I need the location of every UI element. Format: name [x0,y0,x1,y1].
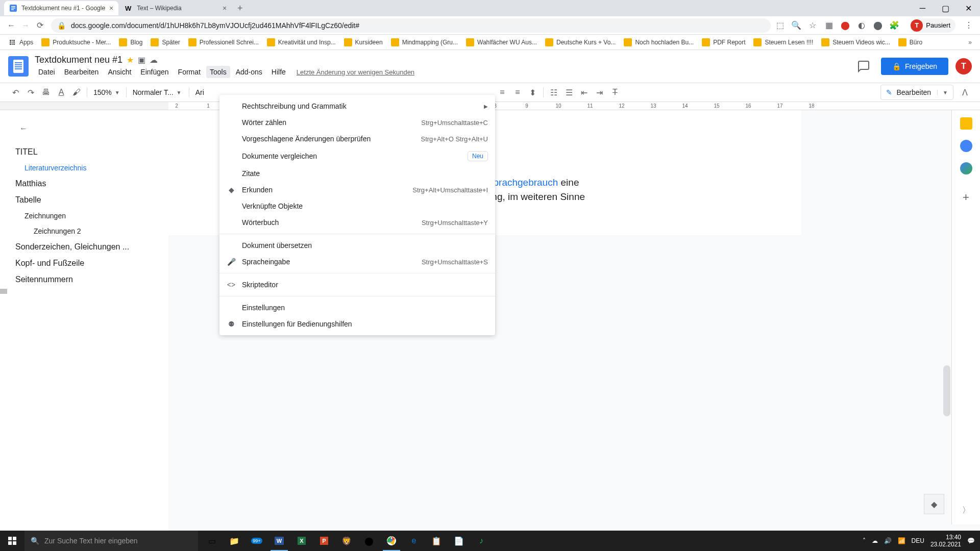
menu-word-count[interactable]: Wörter zählenStrg+Umschalttaste+C [219,114,495,131]
numbered-list-button[interactable]: ☷ [547,85,561,99]
menu-tools[interactable]: Tools [206,66,230,78]
systray-cloud-icon[interactable]: ☁ [872,537,878,544]
menu-voice-typing[interactable]: 🎤SpracheingabeStrg+Umschalttaste+S [219,254,495,270]
zoom-icon[interactable]: 🔍 [791,20,801,31]
taskbar-chrome[interactable] [381,531,402,551]
outline-item[interactable]: Literaturverzeichnis [15,160,158,176]
taskbar-app[interactable]: ⬤ [358,531,380,551]
browser-tab-inactive[interactable]: W Text – Wikipedia × [119,1,232,15]
browser-tab-active[interactable]: Textdokument neu #1 - Google × [4,1,118,15]
document-title[interactable]: Textdokument neu #1 [35,55,122,65]
outline-item[interactable]: Matthias [15,176,158,192]
zoom-select[interactable]: 150%▼ [90,88,123,96]
systray-wifi-icon[interactable]: 📶 [898,537,905,544]
contacts-icon[interactable] [960,162,972,174]
menu-preferences[interactable]: Einstellungen [219,299,495,316]
bookmark-item[interactable]: Kursideen [340,36,387,48]
maximize-button[interactable]: ▢ [934,0,957,16]
bookmark-apps[interactable]: Apps [4,36,37,48]
menu-insert[interactable]: Einfügen [137,66,172,78]
menu-view[interactable]: Ansicht [104,66,135,78]
extension-icon[interactable]: ▦ [824,20,834,31]
menu-review-suggestions[interactable]: Vorgeschlagene Änderungen überprüfenStrg… [219,131,495,147]
close-icon[interactable]: × [109,4,113,12]
outline-item[interactable]: Kopf- und Fußzeile [15,255,158,271]
print-button[interactable]: 🖶 [39,85,53,99]
menu-help[interactable]: Hilfe [268,66,289,78]
bookmark-item[interactable]: Steuern Videos wic... [817,36,894,48]
move-icon[interactable]: ▣ [138,55,145,65]
outline-item[interactable]: Tabelle [15,192,158,208]
last-edit-link[interactable]: Letzte Änderung vor wenigen Sekunden [297,68,414,76]
bookmark-item[interactable]: Kreativität und Insp... [263,36,340,48]
align-center-button[interactable]: ≡ [510,85,525,99]
bookmark-item[interactable]: Professionell Schrei... [184,36,263,48]
outline-back-button[interactable]: ← [15,120,32,137]
menu-edit[interactable]: Bearbeiten [61,66,103,78]
profile-button[interactable]: T Pausiert [910,18,955,33]
cloud-saved-icon[interactable]: ☁ [150,55,158,65]
taskbar-spotify[interactable]: ♪ [471,531,492,551]
menu-addons[interactable]: Add-ons [232,66,266,78]
taskbar-app[interactable]: 🦁 [336,531,357,551]
clear-formatting-button[interactable]: T [608,85,622,99]
paint-format-button[interactable]: 🖌 [69,85,84,99]
taskbar-word[interactable]: W [268,531,290,551]
menu-spelling-grammar[interactable]: Rechtschreibung und Grammatik▶ [219,98,495,114]
close-icon[interactable]: × [223,4,227,12]
explore-fab[interactable]: ◆ [924,494,944,514]
extension-icon[interactable]: ◐ [856,20,867,31]
outline-item[interactable]: Zeichnungen 2 [15,223,158,239]
decrease-indent-button[interactable]: ⇤ [577,85,592,99]
reload-button[interactable]: ⟳ [33,18,47,33]
undo-button[interactable]: ↶ [8,85,22,99]
font-select[interactable]: Ari [192,88,207,96]
menu-format[interactable]: Format [175,66,204,78]
systray-chevron[interactable]: ˄ [863,537,866,544]
line-spacing-button[interactable]: ⬍ [526,85,540,99]
start-button[interactable] [0,531,24,551]
bookmark-item[interactable]: Produktsuche - Mer... [37,36,115,48]
taskbar-app[interactable]: 📄 [448,531,470,551]
menu-script-editor[interactable]: <>Skripteditor [219,277,495,293]
extension-icon[interactable]: ⬤ [840,20,850,31]
taskbar-mail[interactable]: 99+ [246,531,267,551]
bookmark-item[interactable]: Steuern Lesen !!!! [749,36,817,48]
menu-accessibility[interactable]: ⚉Einstellungen für Bedienungshilfen [219,316,495,332]
extension-icon[interactable]: ⬤ [873,20,883,31]
forward-button[interactable]: → [18,18,33,33]
close-window-button[interactable]: ✕ [957,0,980,16]
taskbar-search[interactable]: 🔍 Zur Suche Text hier eingeben [24,531,198,551]
align-left-button[interactable]: ≡ [495,85,509,99]
spellcheck-button[interactable]: A [54,85,68,99]
redo-button[interactable]: ↷ [23,85,38,99]
outline-item[interactable]: TITEL [15,144,158,160]
back-button[interactable]: ← [4,18,18,33]
systray-volume-icon[interactable]: 🔊 [884,537,892,544]
editing-mode-button[interactable]: ✎ Bearbeiten ▼ [880,85,953,100]
menu-citations[interactable]: Zitate [219,165,495,182]
bookmark-item[interactable]: PDF Report [698,36,749,48]
user-avatar[interactable]: T [955,58,972,74]
bulleted-list-button[interactable]: ☰ [562,85,576,99]
menu-dictionary[interactable]: WörterbuchStrg+Umschalttaste+Y [219,214,495,231]
menu-linked-objects[interactable]: Verknüpfte Objekte [219,198,495,214]
bookmarks-overflow[interactable]: » [964,39,976,46]
task-view-button[interactable]: ▭ [201,531,223,551]
bookmark-item[interactable]: Deutsche Kurs + Vo... [541,36,620,48]
menu-translate[interactable]: Dokument übersetzen [219,237,495,254]
bookmark-item[interactable]: Wahlfächer WU Aus... [462,36,541,48]
comments-button[interactable] [853,56,874,77]
new-tab-button[interactable]: + [233,1,247,15]
bookmark-item[interactable]: Später [146,36,184,48]
systray-language[interactable]: DEU [912,537,924,544]
bookmark-item[interactable]: Büro [894,36,926,48]
bookmark-item[interactable]: Mindmapping (Gru... [387,36,462,48]
share-button[interactable]: 🔒 Freigeben [881,58,948,75]
bookmark-item[interactable]: Blog [115,36,146,48]
minimize-button[interactable]: ─ [911,0,934,16]
systray-notifications[interactable]: 💬 [967,537,975,544]
outline-scrollbar[interactable] [0,289,7,294]
bookmark-item[interactable]: Noch hochladen Bu... [620,36,698,48]
taskbar-edge[interactable]: e [403,531,425,551]
